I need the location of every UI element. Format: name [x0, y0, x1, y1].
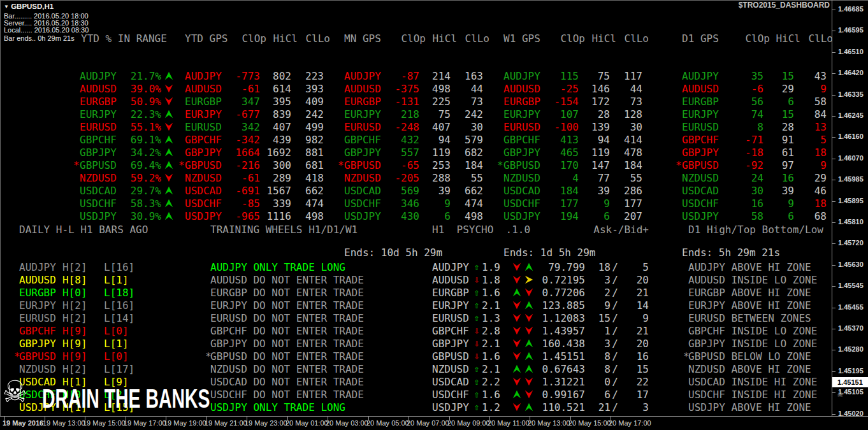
down-arrow-icon [524, 313, 534, 323]
section-title: D1 High/Top Bottom/Low [683, 224, 823, 236]
psycho-row-NZDUSD: NZDUSD⇧2.10.676438/15 [432, 362, 649, 375]
mt4-chart-window: ▼ GBPUSD,H1 Bar......... 2016.05.20 18:0… [0, 0, 868, 430]
arrow-cell [511, 275, 523, 285]
pct-in-range-value: 55.1% [118, 121, 161, 133]
arrow-cell [523, 338, 535, 348]
training-row-GBPJPY: GBPJPY DO NOT ENTER TRADE [205, 337, 364, 350]
w1-gps-row-GBPCHF: GBPCHF41394414 [497, 133, 649, 146]
hicl-value: 147 [579, 159, 610, 171]
high-bars-ago: H[0] [62, 287, 104, 299]
up-block-arrow-icon: ⇧ [472, 376, 482, 387]
hicl-value: 214 [419, 70, 451, 82]
pair-label: USDCAD [185, 185, 223, 197]
w1-gps-row-AUDUSD: AUDUSD-2514644 [497, 82, 649, 95]
cllo-value: 58 [794, 96, 827, 108]
psycho-value: 2.1 [482, 299, 502, 312]
clop-value: 342 [223, 121, 260, 133]
w1-gps-row-NZDUSD: NZDUSD47755 [497, 171, 649, 184]
low-bars-ago: L[16] [104, 261, 148, 273]
pair-label: GBPCHF [503, 134, 542, 146]
cllo-value: 409 [291, 96, 324, 108]
mn-gps-row-USDCAD: USDCAD56939662 [338, 184, 489, 197]
down-block-arrow-icon: ⇩ [472, 350, 482, 362]
arrow-cell [161, 83, 177, 94]
range-row-USDCAD: USDCAD29.7% [73, 184, 177, 197]
ytd-gps-row-NZDUSD: NZDUSD-61289418 [178, 171, 330, 184]
price-label: 1.46245 [838, 111, 864, 119]
cllo-value: 55 [610, 172, 642, 184]
arrow-cell [161, 185, 177, 196]
down-arrow-icon [524, 287, 534, 297]
bid-count: 20 [619, 274, 649, 286]
time-label: 19 May 17:00 [124, 419, 166, 427]
ytd-gps-row-EURUSD: EURUSD342407499 [178, 120, 330, 133]
trade-advice: USDCAD DO NOT ENTER TRADE [210, 376, 364, 388]
clop-value: 218 [382, 108, 419, 120]
zone-status: NZDUSD ABOVE HI ZONE [688, 363, 811, 375]
psycho-value: 1.6 [482, 389, 502, 401]
clop-value: 170 [542, 159, 579, 171]
mn-gps-row-AUDUSD: AUDUSD-37549844 [338, 82, 489, 95]
psycho-row-USDCAD: USDCAD⇧2.21.312210/22 [432, 375, 649, 388]
zone-status: USDJPY ABOVE HI ZONE [688, 401, 811, 413]
arrow-cell [523, 287, 535, 297]
col-clop: ClOp [389, 32, 426, 45]
hicl-value: 225 [419, 96, 451, 108]
ask-count: 0 [585, 376, 611, 388]
zone-row-AUDJPY: AUDJPY ABOVE HI ZONE [683, 261, 823, 273]
ask-count: 8 [585, 350, 611, 362]
hicl-value: 119 [419, 147, 451, 159]
price-axis[interactable]: 1.45151 1.466851.465951.465101.464201.46… [832, 0, 868, 416]
psycho-value: 1.6 [482, 350, 502, 362]
slash: / [611, 261, 619, 273]
slash: / [611, 312, 619, 324]
up-block-arrow-icon: ⇧ [472, 312, 482, 324]
collapse-triangle-icon[interactable]: ▼ [4, 4, 9, 10]
training-row-AUDUSD: AUDUSD DO NOT ENTER TRADE [205, 273, 364, 286]
pair-label: EURGBP [19, 287, 57, 299]
pct-in-range-value: 59.2% [118, 172, 161, 184]
trade-advice: EURUSD DO NOT ENTER TRADE [210, 312, 364, 324]
up-arrow-icon [164, 185, 174, 196]
cllo-value: 681 [291, 159, 324, 171]
time-axis[interactable]: 19 May 201619 May 13:0019 May 15:0019 Ma… [0, 417, 868, 430]
cllo-value: 662 [451, 185, 483, 197]
range-row-EURGBP: EURGBP50.9% [73, 95, 177, 108]
cllo-value: 29 [794, 172, 827, 184]
range-row-AUDUSD: AUDUSD39.0% [73, 82, 177, 95]
up-arrow-icon [512, 364, 522, 374]
cllo-value: 499 [291, 121, 324, 133]
high-bars-ago: H[2] [62, 312, 104, 324]
bid-count: 20 [619, 338, 649, 350]
cllo-value: 242 [451, 108, 483, 120]
cllo-value: 30 [610, 121, 642, 133]
psycho-value: 1.3 [482, 312, 502, 324]
cllo-value: 13 [794, 121, 827, 133]
arrow-cell [523, 326, 535, 336]
price-label: 1.45280 [838, 345, 864, 353]
pair-label: GBPUSD [80, 159, 118, 171]
pair-label: EURUSD [80, 121, 118, 133]
askbid-header: Ask-/Bid+ [593, 224, 649, 236]
hicl-value: 498 [419, 83, 451, 95]
arrow-cell [511, 364, 523, 374]
range-row-AUDJPY: AUDJPY21.7% [73, 69, 177, 82]
trade-advice: AUDJPY ONLY TRADE LONG [210, 261, 345, 273]
psycho-row-USDJPY: USDJPY⇧1.2110.52121/3 [432, 401, 649, 413]
cllo-value: 184 [610, 159, 642, 171]
pair-label: EURJPY [682, 108, 720, 120]
arrow-cell [511, 402, 523, 412]
hicl-value: 288 [419, 172, 451, 184]
section-title: TRAINING WHEELS H1/D1/W1 [205, 224, 364, 236]
down-arrow-icon [512, 351, 522, 361]
cllo-value: 184 [451, 159, 483, 171]
price-tick [832, 31, 835, 31]
range-row-GBPCHF: GBPCHF69.1% [73, 133, 177, 146]
price-value: 0.77206 [535, 287, 585, 299]
ytd-gps-row-GBPUSD: *GBPUSD-216300681 [178, 159, 330, 171]
mn-gps-row-GBPUSD: *GBPUSD-65253184 [338, 159, 489, 171]
cllo-value: 44 [451, 83, 483, 95]
price-label: 1.45370 [838, 324, 864, 332]
pct-in-range-value: 69.1% [118, 134, 161, 146]
down-arrow-icon [512, 376, 522, 387]
